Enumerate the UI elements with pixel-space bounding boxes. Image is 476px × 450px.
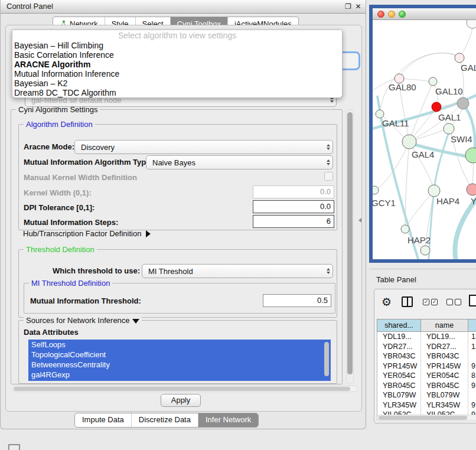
table-body: YDL19...YDL19...13YDR27...YDR27...12YBR0… [377,332,476,420]
table-row[interactable]: YDL19...YDL19...13 [377,332,476,342]
table-row[interactable]: YPR145WYPR145W9. [377,361,476,371]
data-attributes-list[interactable]: SelfLoopsTopologicalCoefficientBetweenne… [28,340,331,381]
algorithm-option[interactable]: Dream8 DC_TDC Algorithm [12,88,342,97]
network-node[interactable] [401,225,409,233]
hub-definition-toggle[interactable]: Hub/Transcription Factor Definition [23,229,151,238]
threshold-definition-title: Threshold Definition [24,245,97,254]
table-cell: YBR045C [421,381,468,391]
algorithm-option[interactable]: Bayesian – K2 [12,79,342,88]
table-cell: YDL19... [421,332,468,342]
table-cell: YPR145W [377,361,421,371]
table-row[interactable]: YBL079WYBL079W [377,390,476,400]
select-all-checkboxes-icon[interactable]: ✓ ✓ [423,299,438,305]
dpi-tolerance-field[interactable]: 0.0 [253,200,334,213]
bottom-mode-tabbar: Impute DataDiscretize DataInfer Network [74,413,259,428]
node-attribute-table: shared...name YDL19...YDL19...13YDR27...… [377,319,476,420]
unchecked-box-icon [446,299,453,305]
expanded-arrow-icon[interactable] [132,319,139,324]
deselect-all-checkboxes-icon[interactable] [446,299,461,305]
table-cell: YDL19... [377,332,421,342]
table-cell: 12 [468,342,476,352]
network-node[interactable] [429,77,437,86]
table-header-row: shared...name [377,319,476,332]
node-label: SWI4 [451,134,472,144]
network-graph[interactable]: GAL80GAL10GALGAL1GAL11SWI4GAL4GCY1HAP4YH… [373,20,476,259]
attribute-list-item[interactable]: gal4RGexp [28,370,331,380]
sources-group-title: Sources for Network Inference [24,316,142,325]
network-node[interactable] [402,135,416,149]
network-view-window: GAL80GAL10GALGAL1GAL11SWI4GAL4GCY1HAP4YH… [369,5,476,263]
table-row[interactable]: YDR27...YDR27...12 [377,342,476,352]
network-node[interactable] [457,97,469,109]
export-table-icon[interactable] [469,295,476,306]
table-cell: YBL079W [421,390,468,400]
aracne-mode-label: Aracne Mode: [24,142,74,151]
aracne-mode-combo[interactable]: Discovery [74,140,333,154]
network-node[interactable] [455,53,464,63]
mi-threshold-label: Mutual Information Threshold: [30,296,141,305]
table-row[interactable]: YBR043CYBR043C [377,351,476,361]
attribute-list-item[interactable]: SelfLoops [28,340,331,350]
which-threshold-label: Which threshold to use: [53,266,140,275]
which-threshold-value: MI Threshold [142,267,324,276]
tab-impute-data[interactable]: Impute Data [75,413,131,427]
unchecked-box-icon [455,299,461,305]
algorithm-option[interactable]: ARACNE Algorithm [12,60,342,69]
network-node[interactable] [420,246,430,255]
float-window-icon[interactable]: ❐ [344,2,353,11]
manual-kernel-checkbox[interactable] [324,172,333,181]
network-node[interactable] [432,102,441,112]
algorithm-option[interactable]: Bayesian – Hill Climbing [12,41,342,50]
table-cell: YLR345W [377,400,421,410]
network-node[interactable] [467,20,476,28]
screenshot-root: { "colors": { "legend_blue": "#2222cc", … [0,0,476,450]
tab-infer-network[interactable]: Infer Network [198,413,258,427]
node-label: HAP2 [407,235,431,245]
columns-icon[interactable] [402,296,413,307]
table-horizontal-scrollbar[interactable] [377,415,476,421]
table-cell: 13 [468,332,476,342]
attribute-list-item[interactable]: BetweennessCentrality [28,360,331,370]
settings-horizontal-scrollbar[interactable] [12,386,358,392]
algorithm-popup-placeholder: Select algorithm to view settings [12,30,342,41]
algorithm-option[interactable]: Basic Correlation Inference [12,50,342,60]
settings-vertical-scrollbar[interactable] [346,109,354,384]
table-cell [468,390,476,400]
network-node[interactable] [467,184,476,195]
table-cell: YBR043C [421,351,468,361]
attribute-list-item[interactable]: TopologicalCoefficient [28,350,331,360]
algorithm-definition-title: Algorithm Definition [24,120,95,129]
network-node[interactable] [444,123,454,134]
table-row[interactable]: YBR045CYBR045C9. [377,381,476,391]
close-window-icon[interactable] [377,11,384,18]
table-row[interactable]: YER054CYER054C8. [377,371,476,381]
network-node[interactable] [373,186,379,194]
table-header-cell[interactable]: shared... [377,319,421,331]
table-header-cell[interactable] [468,319,476,331]
checked-box-icon: ✓ [431,299,438,305]
node-label: GAL [461,63,476,73]
table-row[interactable]: YLR345WYLR345W9. [377,400,476,410]
mi-steps-field[interactable]: 6 [253,215,334,228]
kernel-width-field[interactable]: 0.0 [253,185,334,198]
network-node[interactable] [376,110,384,118]
which-threshold-combo[interactable]: MI Threshold [142,264,333,278]
network-node[interactable] [428,185,440,197]
apply-button[interactable]: Apply [161,394,201,407]
mi-type-combo[interactable]: Naive Bayes [146,155,333,169]
close-panel-icon[interactable]: ✕ [354,2,363,11]
network-node[interactable] [465,148,476,163]
minimize-window-icon[interactable] [388,11,395,18]
mi-threshold-field[interactable]: 0.5 [263,294,331,307]
table-header-cell[interactable]: name [421,319,468,331]
attributes-list-scrollbar[interactable] [324,342,329,376]
node-label: Y [471,196,476,206]
panel-divider-collapse-icon[interactable] [358,218,361,223]
kernel-width-label: Kernel Width (0,1): [24,188,92,197]
gear-icon[interactable]: ⚙ [382,295,392,309]
algorithm-option[interactable]: Mutual Information Inference [12,69,342,79]
tab-discretize-data[interactable]: Discretize Data [131,413,198,427]
zoom-window-icon[interactable] [399,11,406,18]
checked-box-icon: ✓ [423,299,429,305]
minimized-panel-grip[interactable] [8,444,20,450]
